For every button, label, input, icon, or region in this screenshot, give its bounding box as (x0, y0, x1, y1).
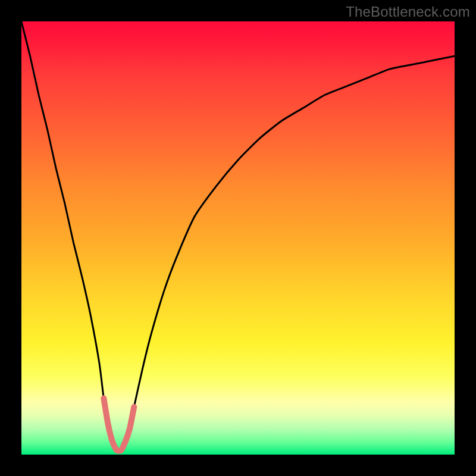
chart-frame: TheBottleneck.com (0, 0, 476, 476)
watermark-text: TheBottleneck.com (346, 4, 470, 20)
curve-highlight-min (104, 398, 134, 450)
curve-svg (21, 21, 455, 455)
bottleneck-curve (21, 21, 455, 451)
plot-area (21, 21, 455, 455)
